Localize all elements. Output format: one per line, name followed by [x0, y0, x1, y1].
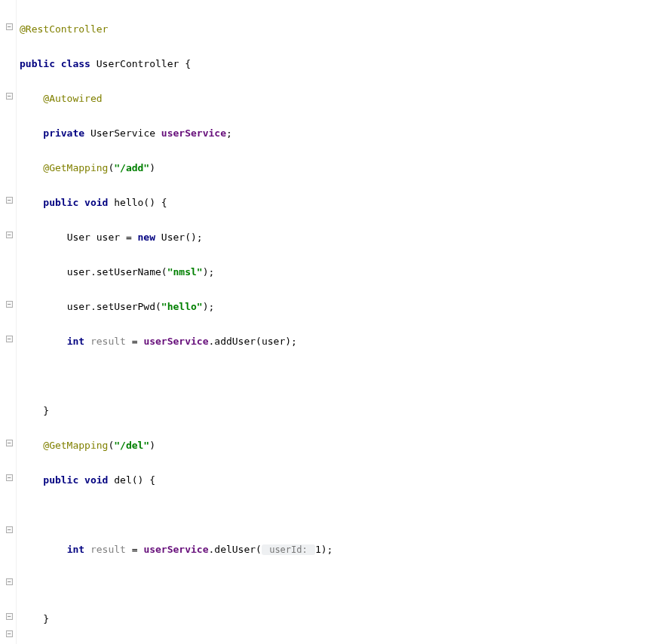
text: = — [126, 544, 143, 555]
code-line[interactable]: public void del() { — [20, 471, 656, 489]
semicolon: ; — [226, 127, 232, 139]
text: ); — [203, 301, 215, 312]
text: User user = — [67, 232, 138, 243]
fold-icon[interactable]: − — [6, 613, 13, 620]
text: .delUser( — [208, 544, 261, 555]
brace: } — [43, 613, 49, 624]
fold-icon[interactable]: − — [6, 336, 13, 342]
paren: ) — [149, 162, 155, 173]
fold-icon[interactable]: − — [6, 197, 13, 204]
field: userService — [143, 544, 208, 555]
annotation: @RestController — [20, 23, 108, 35]
keyword: new — [138, 232, 155, 243]
string: "hello" — [161, 301, 203, 312]
keyword: public void — [43, 474, 108, 486]
string: "/del" — [114, 440, 149, 451]
code-line[interactable]: } — [20, 402, 656, 419]
code-line[interactable]: user.setUserName("nmsl"); — [20, 263, 656, 281]
annotation: @GetMapping — [43, 440, 108, 451]
code-line[interactable]: @GetMapping("/del") — [20, 437, 656, 454]
fold-icon[interactable]: − — [6, 526, 13, 533]
code-line[interactable] — [20, 506, 656, 523]
text: user.setUserPwd( — [67, 301, 161, 312]
string: "nmsl" — [167, 266, 203, 278]
fold-icon[interactable]: − — [6, 474, 13, 481]
code-line[interactable]: int result = userService.delUser( userId… — [20, 541, 656, 558]
text: User(); — [155, 232, 203, 243]
fold-icon[interactable]: − — [6, 578, 13, 585]
keyword: public void — [43, 197, 108, 208]
code-line[interactable]: private UserService userService; — [20, 124, 656, 142]
code-line[interactable]: User user = new User(); — [20, 228, 656, 246]
code-line[interactable]: } — [20, 610, 656, 627]
text: user.setUserName( — [67, 266, 167, 278]
code-line[interactable]: @RestController — [20, 20, 656, 38]
keyword: private — [43, 127, 84, 139]
paren: ) — [149, 440, 155, 451]
keyword: int — [67, 336, 84, 347]
text: 1); — [315, 544, 333, 555]
code-line[interactable]: public void hello() { — [20, 194, 656, 211]
method-name: del() { — [108, 474, 155, 486]
fold-icon[interactable]: − — [6, 23, 13, 30]
brace: } — [43, 405, 49, 416]
gutter: − − − − − − − − − − − − — [0, 0, 17, 644]
field: userService — [143, 336, 208, 347]
fold-icon[interactable]: − — [6, 93, 13, 100]
class-name: UserController { — [90, 58, 191, 69]
unused-var: result — [84, 544, 126, 555]
keyword: int — [67, 544, 84, 555]
code-line[interactable]: int result = userService.addUser(user); — [20, 333, 656, 350]
field: userService — [161, 127, 226, 139]
fold-icon[interactable]: − — [6, 630, 13, 637]
code-line[interactable]: @Autowired — [20, 90, 656, 107]
fold-icon[interactable]: − — [6, 440, 13, 446]
keyword: public class — [20, 58, 90, 69]
code-line[interactable]: @GetMapping("/add") — [20, 159, 656, 176]
text: ); — [203, 266, 215, 278]
parameter-hint: userId: — [262, 544, 315, 555]
code-line[interactable] — [20, 367, 656, 385]
text: .addUser(user); — [208, 336, 296, 347]
string: "/add" — [114, 162, 149, 173]
code-line[interactable] — [20, 575, 656, 593]
code-line[interactable]: public class UserController { — [20, 55, 656, 72]
method-name: hello() { — [108, 197, 167, 208]
annotation: @Autowired — [43, 93, 102, 104]
unused-var: result — [84, 336, 126, 347]
text: = — [126, 336, 143, 347]
type: UserService — [84, 127, 161, 139]
fold-icon[interactable]: − — [6, 232, 13, 238]
code-editor[interactable]: @RestController public class UserControl… — [17, 0, 656, 644]
annotation: @GetMapping — [43, 162, 108, 173]
code-line[interactable]: user.setUserPwd("hello"); — [20, 298, 656, 315]
fold-icon[interactable]: − — [6, 301, 13, 308]
